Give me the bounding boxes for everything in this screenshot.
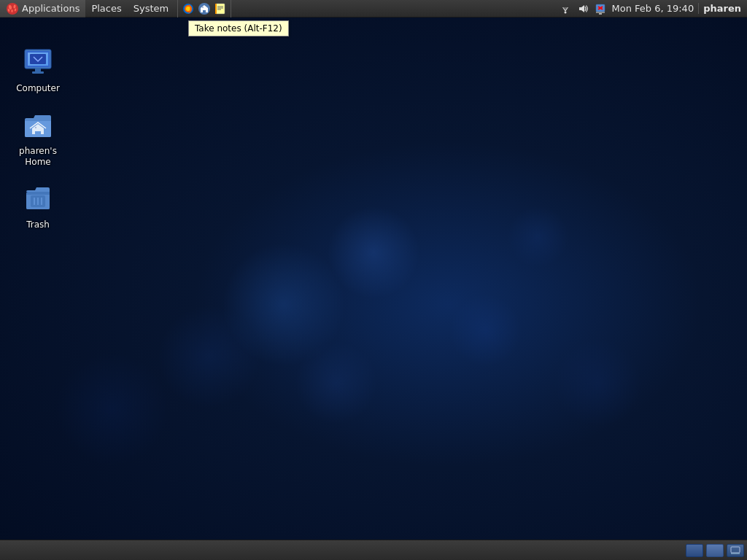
- desktop-icons-container: Computer pharen's Home: [9, 42, 67, 233]
- firefox-icon: [182, 2, 195, 15]
- computer-icon-image: [20, 45, 55, 80]
- system-label: System: [133, 3, 169, 14]
- svg-rect-18: [596, 12, 605, 13]
- bottom-panel: [0, 540, 747, 560]
- notes-icon: [214, 2, 227, 15]
- home-icon-label: pharen's Home: [12, 146, 64, 167]
- trash-icon-image: [20, 182, 55, 217]
- applications-menu[interactable]: Applications: [0, 0, 85, 18]
- svg-marker-16: [579, 5, 584, 12]
- svg-rect-34: [731, 553, 740, 554]
- tooltip: Take notes (Alt-F12): [188, 20, 289, 36]
- svg-rect-10: [216, 4, 225, 14]
- computer-icon-label: Computer: [16, 83, 60, 93]
- places-label: Places: [91, 3, 121, 14]
- svg-point-4: [11, 9, 12, 12]
- firefox-quick-launch[interactable]: [181, 1, 196, 16]
- svg-rect-28: [32, 71, 44, 74]
- svg-point-0: [7, 3, 18, 15]
- apps-icon: [6, 2, 19, 15]
- network-tray-icon[interactable]: [559, 2, 572, 15]
- svg-rect-26: [30, 54, 46, 64]
- workspace-2-button[interactable]: [706, 544, 724, 557]
- workspace-1-button[interactable]: [686, 544, 703, 557]
- applications-label: Applications: [22, 3, 80, 14]
- system-menu[interactable]: System: [128, 0, 174, 18]
- svg-point-15: [565, 11, 567, 13]
- svg-rect-19: [599, 13, 602, 15]
- quick-launch-bar: [177, 0, 231, 18]
- desktop: Computer pharen's Home: [0, 18, 747, 540]
- username: pharen: [698, 3, 741, 14]
- panel-right: Mon Feb 6, 19:40 pharen: [559, 2, 747, 15]
- home-folder-icon: [198, 2, 211, 15]
- places-menu[interactable]: Places: [85, 0, 127, 18]
- clock: Mon Feb 6, 19:40: [611, 3, 694, 14]
- home-desktop-icon[interactable]: pharen's Home: [9, 105, 67, 170]
- trash-desktop-icon[interactable]: Trash: [9, 179, 67, 233]
- svg-rect-14: [215, 4, 217, 14]
- show-desktop-button[interactable]: [727, 544, 744, 557]
- top-panel: Applications Places System: [0, 0, 747, 18]
- notes-quick-launch[interactable]: [213, 1, 228, 16]
- panel-left: Applications Places System: [0, 0, 559, 18]
- home-icon-image: [20, 108, 55, 143]
- network-error-tray-icon[interactable]: [594, 2, 607, 15]
- svg-rect-27: [35, 69, 41, 71]
- volume-tray-icon[interactable]: [576, 2, 589, 15]
- svg-rect-33: [731, 547, 740, 553]
- home-quick-launch[interactable]: [197, 1, 212, 16]
- computer-desktop-icon[interactable]: Computer: [9, 42, 67, 96]
- show-desktop-icon: [730, 546, 740, 555]
- trash-icon-label: Trash: [26, 219, 50, 230]
